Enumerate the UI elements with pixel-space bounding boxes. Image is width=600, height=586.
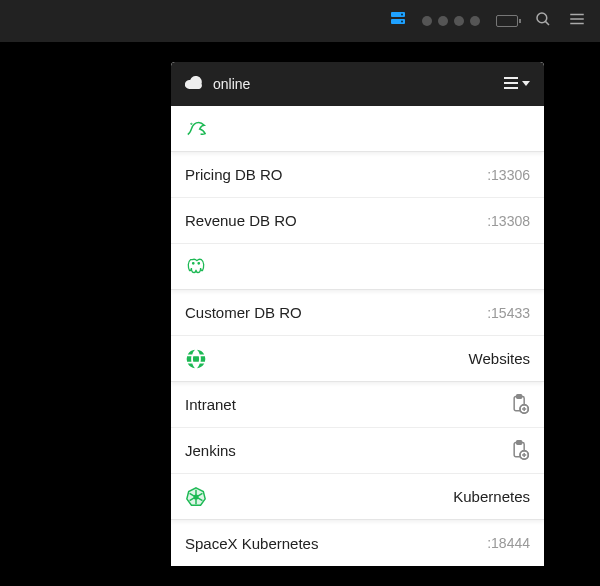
- section-header-kubernetes[interactable]: Kubernetes: [171, 474, 544, 520]
- connection-port: :15433: [487, 305, 530, 321]
- dot-icon: [470, 16, 480, 26]
- svg-line-5: [545, 21, 549, 25]
- connection-row[interactable]: Jenkins: [171, 428, 544, 474]
- section-header-postgres[interactable]: [171, 244, 544, 290]
- dot-icon: [422, 16, 432, 26]
- connection-port: :13306: [487, 167, 530, 183]
- connection-name: SpaceX Kubernetes: [185, 535, 318, 552]
- section-header-websites[interactable]: Websites: [171, 336, 544, 382]
- connections-panel: online Pricing DB RO :13306 Revenue DB R…: [171, 62, 544, 566]
- mysql-dolphin-icon: [185, 118, 207, 140]
- connection-row[interactable]: Intranet: [171, 382, 544, 428]
- dot-icon: [438, 16, 448, 26]
- connection-row[interactable]: SpaceX Kubernetes :18444: [171, 520, 544, 566]
- svg-point-27: [194, 495, 198, 499]
- connection-port: :18444: [487, 535, 530, 551]
- cloud-icon: [185, 76, 203, 93]
- search-icon[interactable]: [534, 10, 552, 32]
- svg-point-13: [198, 262, 199, 263]
- svg-rect-15: [517, 394, 522, 397]
- connection-name: Intranet: [185, 396, 236, 413]
- indicator-dots: [422, 16, 480, 26]
- connection-port: :13308: [487, 213, 530, 229]
- clipboard-add-icon[interactable]: [510, 394, 530, 416]
- panel-header: online: [171, 62, 544, 106]
- status-label: online: [213, 76, 250, 92]
- postgres-elephant-icon: [185, 256, 207, 278]
- connection-name: Customer DB RO: [185, 304, 302, 321]
- connection-row[interactable]: Pricing DB RO :13306: [171, 152, 544, 198]
- connection-name: Pricing DB RO: [185, 166, 283, 183]
- svg-point-4: [537, 13, 547, 23]
- connection-name: Revenue DB RO: [185, 212, 297, 229]
- connection-row[interactable]: Revenue DB RO :13308: [171, 198, 544, 244]
- section-label: Websites: [469, 350, 530, 367]
- hamburger-menu-icon[interactable]: [568, 10, 586, 32]
- battery-icon: [496, 15, 518, 27]
- section-header-mysql[interactable]: [171, 106, 544, 152]
- section-label: Kubernetes: [453, 488, 530, 505]
- clipboard-add-icon[interactable]: [510, 440, 530, 462]
- globe-icon: [185, 348, 207, 370]
- svg-point-3: [401, 21, 403, 23]
- svg-point-12: [193, 262, 194, 263]
- connection-row[interactable]: Customer DB RO :15433: [171, 290, 544, 336]
- svg-point-2: [401, 14, 403, 16]
- kubernetes-helm-icon: [185, 486, 207, 508]
- connection-name: Jenkins: [185, 442, 236, 459]
- system-topbar: [0, 0, 600, 42]
- dot-icon: [454, 16, 464, 26]
- server-status-icon: [390, 11, 406, 31]
- panel-menu-button[interactable]: [502, 75, 530, 94]
- svg-rect-21: [517, 440, 522, 443]
